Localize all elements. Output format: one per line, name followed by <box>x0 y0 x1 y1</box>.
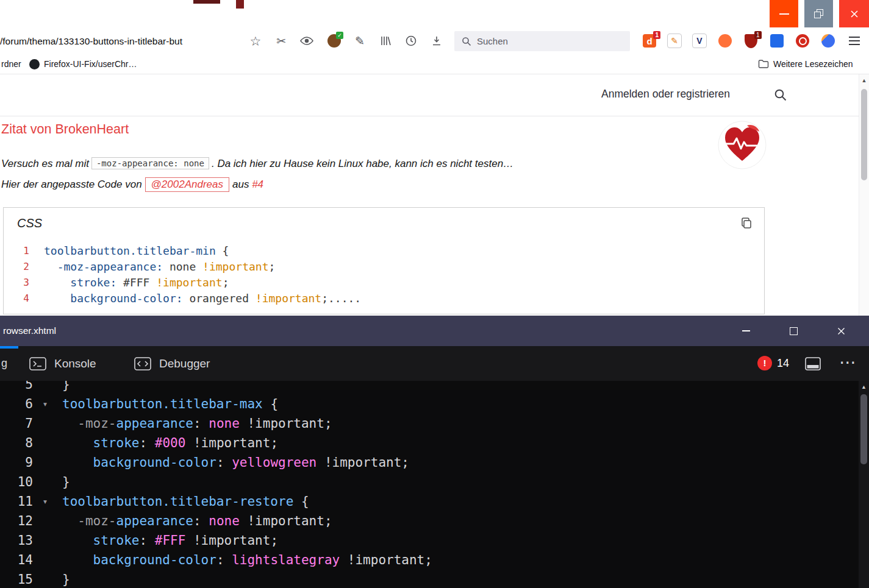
extension-dict-icon[interactable]: d 1 <box>642 33 657 49</box>
window-minimize-button[interactable] <box>770 0 798 27</box>
login-register-link[interactable]: Anmelden oder registrieren <box>601 88 730 101</box>
extension-orange-icon[interactable] <box>717 33 733 49</box>
devtools-minimize-button[interactable] <box>729 316 763 346</box>
extension-avatar-icon[interactable]: ✓ <box>326 33 342 49</box>
code-text: -moz-appearance: none !important; <box>35 259 275 275</box>
header-divider <box>0 116 859 116</box>
download-arrow-icon <box>431 35 443 47</box>
error-badge-icon[interactable]: ! <box>757 356 772 370</box>
code-line: 14 background-color: lightslategray !imp… <box>0 550 859 570</box>
fold-gutter <box>35 433 55 453</box>
folder-icon <box>758 59 769 69</box>
scroll-up-arrow-icon[interactable]: ▲ <box>859 381 869 390</box>
line-number: 9 <box>0 453 35 472</box>
tab-debugger[interactable]: Debugger <box>134 346 210 381</box>
fold-gutter <box>35 511 55 531</box>
bookmark-star-icon[interactable]: ☆ <box>248 33 263 49</box>
extension-blue-icon[interactable] <box>769 33 785 49</box>
quote-title-link[interactable]: Zitat von BrokenHeart <box>1 122 129 137</box>
code-text: background-color: lightslategray !import… <box>55 550 432 570</box>
extension-pencil-icon[interactable]: ✎ <box>352 33 368 49</box>
extension-vimium-icon[interactable]: V <box>692 33 707 49</box>
page-search-button[interactable] <box>774 88 787 104</box>
page-scrollbar[interactable]: ▲ <box>859 74 869 316</box>
library-icon[interactable] <box>377 33 393 49</box>
scrollbar-thumb[interactable] <box>860 394 867 464</box>
code-line: 3 stroke: #FFF !important; <box>4 275 764 291</box>
downloads-icon[interactable] <box>429 33 445 49</box>
library-books-icon <box>379 35 392 47</box>
menu-button[interactable] <box>846 33 862 49</box>
code-text: toolbarbutton.titlebar-max { <box>55 394 278 414</box>
code-line: 7 -moz-appearance: none !important; <box>0 414 859 433</box>
extension-eye-icon[interactable] <box>299 33 315 49</box>
code-text: } <box>55 381 70 394</box>
fold-arrow-icon[interactable]: ▾ <box>35 394 55 414</box>
style-editor[interactable]: 5}6▾toolbarbutton.titlebar-max {7 -moz-a… <box>0 381 869 588</box>
line-number: 10 <box>0 472 35 492</box>
copy-code-button[interactable] <box>740 216 753 232</box>
code-text: toolbarbutton.titlebar-min { <box>35 243 229 259</box>
avatar-badge-icon: ✓ <box>327 34 341 48</box>
close-icon <box>837 327 845 335</box>
search-bar[interactable]: Suchen <box>454 31 630 51</box>
copy-icon <box>740 216 753 230</box>
code-line: 6▾toolbarbutton.titlebar-max { <box>0 394 859 414</box>
urlbar-text[interactable]: /forum/thema/133130-buttons-in-titlebar-… <box>0 27 245 55</box>
v-letter-icon: V <box>692 34 707 48</box>
window-close-button[interactable] <box>839 0 869 27</box>
window-restore-button[interactable] <box>804 0 833 27</box>
code-line: 11▾toolbarbutton.titlebar-restore { <box>0 492 859 511</box>
scroll-up-arrow-icon[interactable]: ▲ <box>859 74 869 83</box>
extension-scissors-icon[interactable]: ✂ <box>273 33 289 49</box>
account-avatar-icon <box>821 34 835 48</box>
shield-icon: 1 <box>745 34 757 48</box>
user-mention-link[interactable]: @2002Andreas <box>145 177 229 192</box>
line-number: 1 <box>4 243 35 259</box>
devtools-menu-button[interactable]: ⋯ <box>839 346 856 381</box>
bookmark-github-item[interactable]: Firefox-UI-Fix/userChr… <box>29 55 137 73</box>
ublock-origin-icon[interactable]: 1 <box>743 33 759 49</box>
tab-style-editor-truncated[interactable]: g <box>1 346 7 381</box>
code-line: 8 stroke: #000 !important; <box>0 433 859 453</box>
post-number-link[interactable]: #4 <box>252 179 263 190</box>
scrollbar-thumb[interactable] <box>861 89 867 180</box>
extension-red-circle-icon[interactable] <box>795 33 810 49</box>
devtools-maximize-button[interactable] <box>776 316 810 346</box>
fold-arrow-icon[interactable]: ▾ <box>35 492 55 511</box>
bookmark-folder-truncated[interactable]: rdner <box>1 55 21 73</box>
firefox-account-icon[interactable] <box>820 33 836 49</box>
line-number: 2 <box>4 259 35 275</box>
eye-icon <box>300 36 313 46</box>
extension-notes-icon[interactable]: ✎ <box>667 33 682 49</box>
editor-scrollbar[interactable]: ▲ <box>859 381 869 588</box>
code-line: 10} <box>0 472 859 492</box>
tab-console[interactable]: Konsole <box>29 346 96 381</box>
split-console-button[interactable] <box>805 357 821 373</box>
fold-gutter <box>35 570 55 588</box>
history-clock-icon[interactable] <box>403 33 419 49</box>
code-language-label: CSS <box>17 216 42 230</box>
fold-gutter <box>35 472 55 492</box>
devtools-close-button[interactable] <box>824 316 858 346</box>
line-number: 4 <box>4 291 35 306</box>
more-bookmarks-item[interactable]: Weitere Lesezeichen <box>758 55 853 73</box>
code-line: 4 background-color: orangered !important… <box>4 291 764 306</box>
line-number: 5 <box>0 381 35 394</box>
minimize-icon <box>742 330 750 331</box>
browser-titlebar <box>0 0 869 27</box>
code-line: 15} <box>0 570 859 588</box>
devtools-toolbar: g Konsole Debugger ! 14 ⋯ <box>0 346 869 381</box>
post-paragraph-2: Hier der angepasste Code von@2002Andreas… <box>1 177 263 192</box>
github-icon <box>29 59 40 69</box>
forum-code-block: CSS 1toolbarbutton.titlebar-min {2 -moz-… <box>3 207 765 314</box>
avatar[interactable] <box>718 121 767 169</box>
line-number: 15 <box>0 570 35 588</box>
code-text: background-color: orangered !important;.… <box>35 291 361 306</box>
code-text: toolbarbutton.titlebar-restore { <box>55 492 309 511</box>
bookmarks-bar: rdner Firefox-UI-Fix/userChr… Weitere Le… <box>0 55 869 74</box>
split-console-icon <box>805 357 821 370</box>
search-icon <box>462 37 471 46</box>
tab-strip-fragment <box>193 0 220 4</box>
code-line: 1toolbarbutton.titlebar-min { <box>4 243 764 259</box>
